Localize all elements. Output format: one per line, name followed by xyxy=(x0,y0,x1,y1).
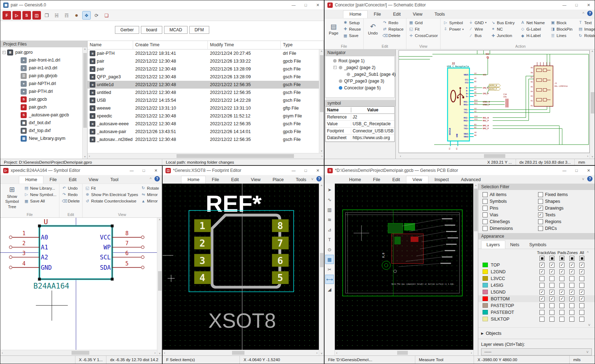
layer-checkbox[interactable] xyxy=(539,296,544,301)
ribbon-tab[interactable]: Home xyxy=(343,176,367,184)
checkbox-icon[interactable] xyxy=(538,206,543,211)
tree-scrollbar[interactable]: ˄ ˅ xyxy=(82,47,87,159)
ribbon-tab[interactable]: Tools xyxy=(428,11,451,18)
tree-item[interactable]: ⌖ pair-in1-in3.drl xyxy=(0,64,82,72)
navigator-item[interactable]: _page2_Sub1 (page 4) xyxy=(326,71,394,78)
page-button[interactable]: ▤ Page xyxy=(327,20,340,38)
remove-list-icon[interactable]: ☵ xyxy=(52,11,61,20)
layer-checkbox[interactable] xyxy=(539,303,544,308)
table-row[interactable]: ≣untitled 2022/12/22 12:30:48 2022/12/22… xyxy=(88,89,319,96)
layer-row[interactable]: L3VCC xyxy=(478,275,595,282)
filter-checkbox[interactable]: Symbols xyxy=(483,199,538,204)
ribbon-tab[interactable]: File xyxy=(206,176,225,184)
scroll-up-icon[interactable]: ˄ xyxy=(475,184,477,187)
grid-tool-icon[interactable]: ▦ xyxy=(325,255,334,264)
scroll-thumb[interactable] xyxy=(158,271,162,291)
ribbon-button[interactable]: ↷Redo xyxy=(62,192,80,197)
layer-row[interactable]: SILKTOP xyxy=(478,316,595,322)
layer-checkbox[interactable] xyxy=(559,263,564,268)
ribbon-tab[interactable]: Tool xyxy=(104,176,125,184)
layer-checkbox[interactable] xyxy=(569,296,574,301)
layer-checkbox[interactable] xyxy=(559,269,564,274)
help-icon[interactable]: ? xyxy=(316,176,322,181)
ribbon-button[interactable]: ↻Rotate xyxy=(578,33,595,38)
layer-checkbox[interactable] xyxy=(539,283,544,288)
sphere-view-icon[interactable]: ● xyxy=(72,11,81,20)
pcb-canvas[interactable]: 0,0Note:The max component height at bott… xyxy=(335,184,473,350)
filter-checkbox[interactable]: Drawings xyxy=(538,206,594,211)
fp-titlebar[interactable]: ◫ *Genesis:XSOT8 — Footprint Editor — □ … xyxy=(163,166,324,175)
layer-checkbox[interactable] xyxy=(579,283,584,288)
checkbox-icon[interactable] xyxy=(483,192,488,197)
scroll-right-icon[interactable]: › xyxy=(154,351,156,355)
layer-views-dropdown[interactable]: ----- ˅ xyxy=(481,348,592,355)
scroll-thumb[interactable] xyxy=(320,253,323,267)
tree-expander-icon[interactable] xyxy=(16,121,19,125)
master-checkbox[interactable] xyxy=(579,256,584,261)
tree-item[interactable]: ▥ New_Library.gsym xyxy=(0,134,82,142)
fp-vscrollbar[interactable]: ˄ ˅ xyxy=(319,184,324,355)
fp-hscrollbar[interactable]: ‹ › xyxy=(163,350,319,355)
layer-color-chip[interactable] xyxy=(483,283,488,287)
ribbon-button[interactable]: ⊕Show Pin Electrical Types xyxy=(85,192,138,197)
ribbon-button[interactable]: ↘Bus Entry xyxy=(491,20,516,26)
help-icon[interactable]: ? xyxy=(154,176,160,181)
fanout-tool-icon[interactable]: ≋ xyxy=(325,215,334,224)
tree-expander-icon[interactable] xyxy=(16,82,19,85)
layer-color-chip[interactable] xyxy=(483,296,488,301)
filter-checkbox[interactable]: Texts xyxy=(538,212,594,217)
ribbon-button[interactable]: ▣Block xyxy=(551,20,574,26)
close-button[interactable]: ✕ xyxy=(150,166,162,175)
table-row[interactable]: ≣xpeedic 2022/12/22 12:30:48 2022/12/26 … xyxy=(88,112,319,120)
ribbon-button[interactable]: ↷Redo xyxy=(383,20,404,26)
ribbon-tab[interactable]: File xyxy=(367,176,386,184)
layer-checkbox[interactable] xyxy=(569,263,574,268)
table-row[interactable]: ≣_autosave-eeee 2022/12/22 12:30:48 2022… xyxy=(88,120,319,128)
checkbox-icon[interactable] xyxy=(538,192,543,197)
sym-vscrollbar[interactable]: ˄ ˅ xyxy=(157,218,162,355)
scroll-up-icon[interactable]: ˄ xyxy=(321,184,322,187)
sch-titlebar[interactable]: F Concector [pair/Concector/] — Schemati… xyxy=(325,0,595,10)
layer-checkbox[interactable] xyxy=(549,263,554,268)
close-button[interactable]: ✕ xyxy=(583,166,595,175)
layers-scroll-down-icon[interactable]: ˅ xyxy=(588,323,590,327)
cut-tool-icon[interactable]: ✂ xyxy=(325,265,334,274)
ribbon-button[interactable]: ✚Reuse xyxy=(343,26,361,32)
tree-expander-icon[interactable] xyxy=(16,129,19,132)
minimize-button[interactable]: — xyxy=(288,166,300,175)
filter-checkbox[interactable]: All items xyxy=(483,192,538,197)
export-folder-icon[interactable]: ❏ xyxy=(102,11,111,20)
ribbon-button[interactable]: ◇G-Label xyxy=(520,26,546,32)
view-3d-icon[interactable]: ❖ xyxy=(82,11,91,20)
scroll-thumb[interactable] xyxy=(72,351,89,355)
checkbox-icon[interactable] xyxy=(483,226,488,231)
layer-checkbox[interactable] xyxy=(559,276,564,281)
symtab-row[interactable]: Datasheet https://www.usb.org xyxy=(326,134,394,142)
tree-expander-icon[interactable] xyxy=(328,59,331,62)
ribbon-tab[interactable]: View xyxy=(406,176,428,184)
checkbox-icon[interactable] xyxy=(483,219,488,224)
layer-checkbox[interactable] xyxy=(559,290,564,295)
table-row[interactable]: ≣USB 2022/12/22 14:15:54 2022/12/22 14:2… xyxy=(88,96,319,104)
scroll-up-icon[interactable]: ˄ xyxy=(84,48,86,51)
layer-color-chip[interactable] xyxy=(483,263,488,267)
checkbox-icon[interactable] xyxy=(538,219,543,224)
tree-expander-icon[interactable] xyxy=(341,73,344,76)
table-row[interactable]: ≣weewe 2022/12/22 13:31:10 2022/12/22 13… xyxy=(88,104,319,112)
layer-row[interactable]: PASTETOP xyxy=(478,302,595,309)
scroll-thumb[interactable] xyxy=(474,189,478,231)
layer-checkbox[interactable] xyxy=(569,283,574,288)
ribbon-tab[interactable]: View xyxy=(407,11,428,18)
scroll-up-icon[interactable]: ˄ xyxy=(591,50,593,53)
open-project-icon[interactable]: ❐ xyxy=(42,11,51,20)
scroll-right-icon[interactable]: › xyxy=(471,351,472,355)
refresh-icon[interactable]: ⟳ xyxy=(92,11,101,20)
ribbon-button[interactable]: TText xyxy=(578,20,595,26)
show-symbol-tree-button[interactable]: ⊞ Show Symbol Tree xyxy=(3,185,21,210)
help-icon[interactable]: ? xyxy=(587,176,593,181)
table-scrollbar[interactable]: ˄ ˅ xyxy=(319,49,324,153)
pcb-hscrollbar[interactable]: ‹ › xyxy=(335,350,473,355)
ribbon-button[interactable]: ▲Mirror xyxy=(141,198,159,204)
table-hscrollbar[interactable]: ‹ › xyxy=(88,153,324,159)
col-name[interactable]: Name xyxy=(88,41,133,49)
